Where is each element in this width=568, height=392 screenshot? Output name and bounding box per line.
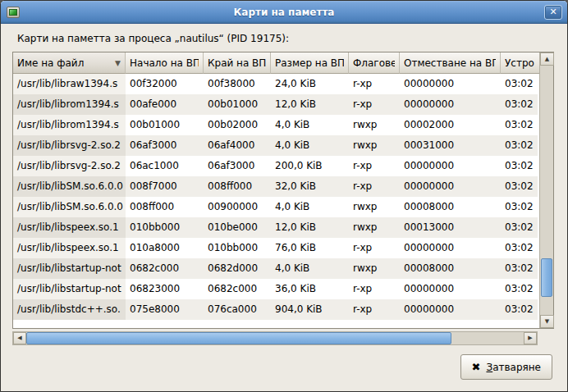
titlebar[interactable]: Карти на паметта ✕ — [1, 1, 567, 24]
table-row[interactable]: /usr/lib/libraw1394.s00f3200000f3800024,… — [13, 74, 539, 94]
table-cell: 010a8000 — [126, 238, 204, 258]
table-cell: 00000000 — [400, 94, 501, 115]
column-header-label: Отместване на ВП — [404, 53, 496, 73]
scroll-left-icon[interactable]: ◀ — [13, 332, 26, 344]
column-header-label: Име на файл — [17, 53, 84, 73]
table-cell: 03:02 — [501, 94, 538, 115]
column-header-vm-end[interactable]: Край на ВП — [204, 52, 271, 74]
table-cell: 00008000 — [400, 258, 501, 279]
table-cell: 010be000 — [204, 217, 271, 238]
table-cell: 00000000 — [400, 238, 501, 258]
horizontal-scrollbar[interactable]: ◀ ▶ — [12, 331, 538, 345]
column-header-vm-start[interactable]: Начало на ВП — [126, 52, 204, 74]
column-header-vm-offset[interactable]: Отместване на ВП — [400, 52, 501, 74]
table-cell: 00000000 — [400, 176, 501, 197]
column-header-label: Размер на ВП — [275, 53, 344, 73]
table-cell: rwxp — [349, 258, 400, 279]
table-cell: 32,0 KiB — [271, 176, 349, 197]
table-row[interactable]: /usr/lib/libSM.so.6.0.0008ff000009000004… — [13, 197, 539, 217]
table-cell: r-xp — [349, 156, 400, 176]
table-cell: /usr/lib/librsvg-2.so.2 — [13, 156, 126, 176]
table-cell: 00900000 — [204, 197, 271, 217]
table-cell: r-xp — [349, 299, 400, 320]
table-cell: 24,0 KiB — [271, 74, 349, 94]
close-button[interactable]: ✖ Затваряне — [460, 354, 552, 380]
table-cell: /usr/lib/libstartup-not — [13, 258, 126, 279]
table-cell: 00008000 — [400, 197, 501, 217]
scroll-right-icon[interactable]: ▶ — [524, 332, 537, 344]
table-cell: 03:02 — [501, 217, 538, 238]
table-row[interactable]: /usr/lib/libstartup-not068230000682c0003… — [13, 279, 539, 299]
table-cell: 03:02 — [501, 156, 538, 176]
table-cell: 075e8000 — [126, 299, 204, 320]
column-header-label: Начало на ВП — [130, 53, 199, 73]
table-cell: 00000000 — [400, 74, 501, 94]
table-cell: 03:02 — [501, 197, 538, 217]
table-cell: 00013000 — [400, 217, 501, 238]
table-cell: /usr/lib/librsvg-2.so.2 — [13, 135, 126, 156]
table-cell: 4,0 KiB — [271, 115, 349, 135]
table-cell: 00000000 — [400, 279, 501, 299]
titlebar-close-icon[interactable]: ✕ — [544, 5, 562, 20]
table-row[interactable]: /usr/lib/librom1394.s00afe00000b0100012,… — [13, 94, 539, 115]
table-cell: rwxp — [349, 135, 400, 156]
table-cell: 03:02 — [501, 258, 538, 279]
table-cell: 00f38000 — [204, 74, 271, 94]
table-row[interactable]: /usr/lib/libspeex.so.1010bb000010be00012… — [13, 217, 539, 238]
table-cell: 0682d000 — [204, 258, 271, 279]
vertical-scrollbar-thumb[interactable] — [541, 258, 552, 297]
column-header-filename[interactable]: Име на файл ▼ — [13, 52, 126, 74]
table-cell: 010bb000 — [126, 217, 204, 238]
table-cell: r-xp — [349, 238, 400, 258]
table-cell: rwxp — [349, 115, 400, 135]
table-row[interactable]: /usr/lib/libstartup-not0682c0000682d0004… — [13, 258, 539, 279]
table-cell: 03:02 — [501, 115, 538, 135]
table-cell: 00f32000 — [126, 74, 204, 94]
process-subtitle: Карти на паметта за процеса „nautilus“ (… — [17, 33, 289, 44]
table-cell: 0682c000 — [204, 279, 271, 299]
column-header-label: Флагове — [353, 53, 395, 73]
table-cell: /usr/lib/librom1394.s — [13, 115, 126, 135]
table-cell: 4,0 KiB — [271, 197, 349, 217]
table-cell: 06ac1000 — [126, 156, 204, 176]
table-cell: 06af3000 — [126, 135, 204, 156]
table-cell: 03:02 — [501, 238, 538, 258]
vertical-scrollbar[interactable]: ▲ ▼ — [539, 52, 553, 328]
close-button-label: Затваряне — [486, 362, 541, 373]
table-cell: 00000000 — [400, 299, 501, 320]
column-header-flags[interactable]: Флагове — [349, 52, 400, 74]
memory-maps-table: Име на файл ▼ Начало на ВП Край на ВП Ра… — [12, 52, 554, 329]
window-title: Карти на паметта — [1, 7, 567, 18]
table-cell: 00031000 — [400, 135, 501, 156]
table-row[interactable]: /usr/lib/libspeex.so.1010a8000010bb00076… — [13, 238, 539, 258]
close-x-icon: ✖ — [472, 361, 481, 373]
table-cell: 36,0 KiB — [271, 279, 349, 299]
table-cell: 00b01000 — [204, 94, 271, 115]
table-cell: 06af4000 — [204, 135, 271, 156]
table-cell: 008f7000 — [126, 176, 204, 197]
column-header-device[interactable]: Устро — [501, 52, 539, 74]
table-cell: /usr/lib/libstartup-not — [13, 279, 126, 299]
table-cell: 00b01000 — [126, 115, 204, 135]
table-body: /usr/lib/libraw1394.s00f3200000f3800024,… — [13, 74, 539, 328]
table-cell: /usr/lib/libraw1394.s — [13, 74, 126, 94]
scroll-up-icon[interactable]: ▲ — [540, 52, 554, 66]
table-cell: 03:02 — [501, 74, 538, 94]
table-cell: /usr/lib/libSM.so.6.0.0 — [13, 197, 126, 217]
horizontal-scrollbar-thumb[interactable] — [26, 332, 451, 344]
table-row[interactable]: /usr/lib/libstdc++.so.075e8000076ca00090… — [13, 299, 539, 320]
scroll-down-icon[interactable]: ▼ — [540, 315, 554, 328]
table-cell: 200,0 KiB — [271, 156, 349, 176]
table-cell: 00afe000 — [126, 94, 204, 115]
system-monitor-icon — [7, 7, 20, 18]
column-header-vm-size[interactable]: Размер на ВП — [271, 52, 349, 74]
table-row[interactable]: /usr/lib/librsvg-2.so.206ac100006af30002… — [13, 156, 539, 176]
table-row[interactable]: /usr/lib/librsvg-2.so.206af300006af40004… — [13, 135, 539, 156]
table-cell: 03:02 — [501, 176, 538, 197]
table-cell: 06823000 — [126, 279, 204, 299]
table-cell: r-xp — [349, 94, 400, 115]
table-row[interactable]: /usr/lib/librom1394.s00b0100000b020004,0… — [13, 115, 539, 135]
table-row[interactable]: /usr/lib/libSM.so.6.0.0008f7000008ff0003… — [13, 176, 539, 197]
table-cell: rwxp — [349, 217, 400, 238]
table-cell: r-xp — [349, 279, 400, 299]
